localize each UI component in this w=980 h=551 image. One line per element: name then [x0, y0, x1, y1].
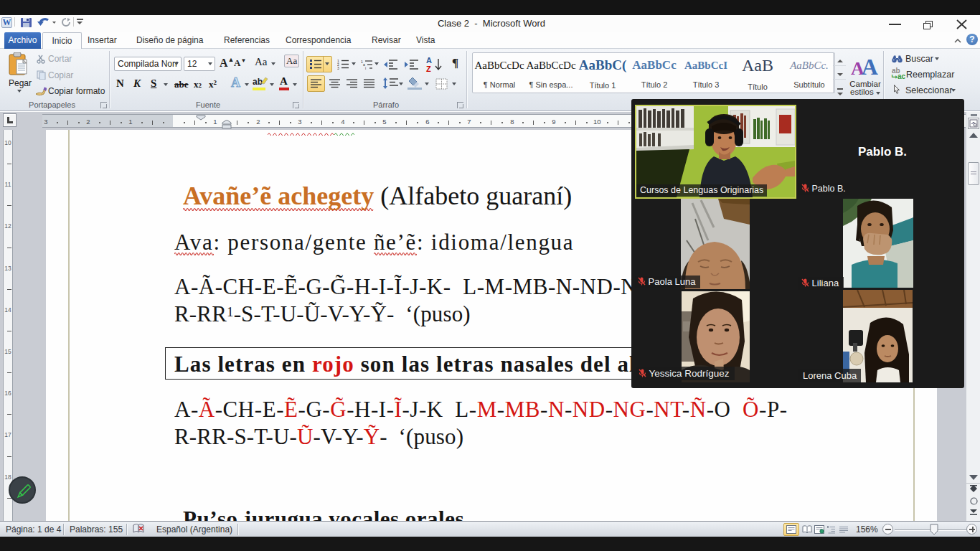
svg-text:3: 3	[337, 66, 339, 70]
svg-text:i: i	[365, 66, 366, 70]
